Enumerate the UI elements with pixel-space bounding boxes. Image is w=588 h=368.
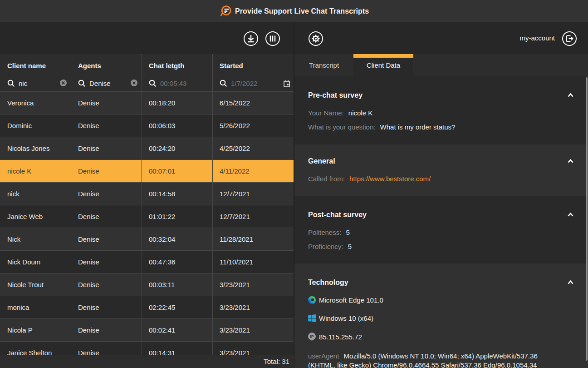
svg-text:IP: IP [310, 334, 314, 339]
